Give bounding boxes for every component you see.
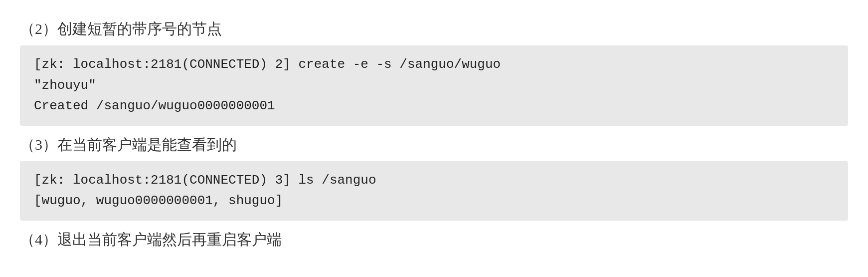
section-2-heading: （2）创建短暂的带序号的节点 xyxy=(20,19,848,39)
section-3-code: [zk: localhost:2181(CONNECTED) 3] ls /sa… xyxy=(20,161,848,221)
section-3: （3）在当前客户端是能查看到的 [zk: localhost:2181(CONN… xyxy=(20,135,848,221)
section-2: （2）创建短暂的带序号的节点 [zk: localhost:2181(CONNE… xyxy=(20,19,848,126)
section-4-heading: （4）退出当前客户端然后再重启客户端 xyxy=(20,230,848,250)
section-3-heading: （3）在当前客户端是能查看到的 xyxy=(20,135,848,155)
section-4: （4）退出当前客户端然后再重启客户端 xyxy=(20,230,848,250)
section-2-code: [zk: localhost:2181(CONNECTED) 2] create… xyxy=(20,45,848,126)
